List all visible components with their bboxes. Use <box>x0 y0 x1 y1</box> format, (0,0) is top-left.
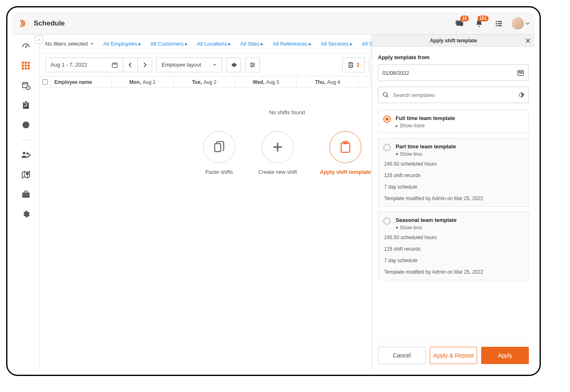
list-icon[interactable] <box>492 16 506 30</box>
caret-down-icon <box>213 63 217 67</box>
user-menu[interactable] <box>512 17 530 30</box>
svg-point-23 <box>26 173 28 175</box>
svg-point-27 <box>251 62 252 64</box>
page-title: Schedule <box>34 19 65 28</box>
save-icon <box>348 62 354 68</box>
svg-rect-1 <box>498 21 502 22</box>
gear-icon[interactable] <box>517 91 524 99</box>
no-shifts-label: No shifts found <box>269 109 305 115</box>
day-header: Tue,Aug 2 <box>174 76 235 88</box>
sidebar-briefcase[interactable] <box>20 189 32 199</box>
svg-rect-12 <box>28 65 30 67</box>
sidebar-clipboard[interactable] <box>20 100 32 110</box>
svg-point-21 <box>26 152 28 154</box>
svg-rect-9 <box>28 62 30 64</box>
next-week-button[interactable] <box>137 58 152 72</box>
filter-sites[interactable]: All Sites▸ <box>240 41 264 47</box>
clipboard-icon <box>340 141 351 153</box>
filter-services[interactable]: All Services▸ <box>321 41 353 47</box>
cancel-button[interactable]: Cancel <box>378 347 426 364</box>
calendar-icon <box>517 69 524 76</box>
svg-rect-19 <box>24 101 27 103</box>
caret-down-icon <box>90 42 94 46</box>
template-toggle[interactable]: ▸ Show more <box>396 123 455 129</box>
sliders-button[interactable] <box>245 58 260 72</box>
search-templates-input[interactable] <box>378 87 529 103</box>
prev-week-button[interactable] <box>123 58 138 72</box>
sidebar-settings[interactable] <box>20 209 32 219</box>
sidebar-calendar-clock[interactable] <box>20 81 32 90</box>
day-header: Wed,Aug 3 <box>235 76 297 88</box>
svg-rect-4 <box>496 25 497 26</box>
svg-rect-0 <box>496 21 497 22</box>
filter-customers[interactable]: All Customers▸ <box>151 41 188 47</box>
template-card[interactable]: Part time team template ▾ Show less 245.… <box>378 138 529 207</box>
copy-icon <box>213 140 225 154</box>
create-shift-button[interactable]: Create new shift <box>258 131 297 175</box>
template-card[interactable]: Seasonal team template ▾ Show less 245.5… <box>378 212 529 280</box>
svg-rect-8 <box>25 62 27 64</box>
panel-footer: Cancel Apply & Repeat Apply <box>372 341 535 370</box>
filters-none-dropdown[interactable]: No filters selected <box>45 41 94 47</box>
svg-rect-10 <box>22 65 24 67</box>
bell-badge: 151 <box>477 16 489 21</box>
svg-point-38 <box>519 73 520 74</box>
settings-button[interactable] <box>226 58 241 72</box>
apply-template-panel: Apply shift template ✕ Apply template fr… <box>372 35 535 370</box>
calendar-icon <box>111 62 118 68</box>
svg-rect-35 <box>341 143 350 152</box>
svg-rect-25 <box>22 194 30 195</box>
sidebar-reports[interactable] <box>20 120 32 130</box>
template-radio[interactable] <box>383 144 391 151</box>
svg-rect-2 <box>496 23 497 24</box>
svg-point-29 <box>251 66 253 67</box>
main: No filters selected All Employees▸ All C… <box>39 35 535 370</box>
svg-rect-15 <box>28 67 30 69</box>
svg-rect-30 <box>350 62 352 64</box>
topbar: Schedule 15 151 <box>12 12 535 35</box>
template-card[interactable]: Full time team template ▸ Show more <box>378 110 529 133</box>
svg-point-39 <box>520 73 521 74</box>
filter-employees[interactable]: All Employees▸ <box>103 41 141 47</box>
date-from-input[interactable]: 01/08/2022 <box>378 65 529 81</box>
paste-shifts-button[interactable]: Paste shifts <box>203 131 235 175</box>
svg-point-6 <box>25 46 27 48</box>
apply-button[interactable]: Apply <box>481 347 529 364</box>
svg-rect-31 <box>350 65 352 67</box>
svg-rect-3 <box>498 23 502 24</box>
template-toggle[interactable]: ▾ Show less <box>396 225 456 231</box>
avatar <box>512 17 524 30</box>
apply-from-label: Apply template from <box>378 54 529 60</box>
sidebar-schedule[interactable] <box>20 61 32 71</box>
bell-icon[interactable]: 151 <box>472 16 486 30</box>
day-header: Thu,Aug 4 <box>297 76 359 88</box>
save-button[interactable]: 2 <box>342 58 365 72</box>
template-radio[interactable] <box>383 217 391 225</box>
sidebar-people[interactable] <box>20 150 32 160</box>
employee-name-header: Employee name <box>51 76 112 88</box>
sidebar-dashboard[interactable] <box>20 41 32 51</box>
svg-rect-14 <box>25 67 27 69</box>
template-toggle[interactable]: ▾ Show less <box>396 151 456 157</box>
chat-icon[interactable]: 15 <box>452 16 466 30</box>
panel-header: Apply shift template ✕ <box>372 35 535 47</box>
day-header: Mon,Aug 1 <box>112 76 174 88</box>
sidebar: › <box>12 35 39 370</box>
select-all-checkbox[interactable] <box>39 76 51 88</box>
svg-rect-11 <box>25 65 27 67</box>
panel-close[interactable]: ✕ <box>525 37 531 45</box>
svg-point-41 <box>383 92 387 96</box>
svg-rect-34 <box>215 144 221 152</box>
apply-repeat-button[interactable]: Apply & Repeat <box>430 347 477 364</box>
filter-references[interactable]: All References▸ <box>273 41 312 47</box>
date-range-button[interactable]: Aug 1 - 7, 2022 <box>45 58 123 72</box>
layout-select[interactable]: Employee layout <box>156 58 222 72</box>
filter-locations[interactable]: All Locations▸ <box>197 41 232 47</box>
chevron-down-icon <box>526 21 530 25</box>
search-icon <box>382 92 389 98</box>
chat-badge: 15 <box>460 16 469 21</box>
sidebar-map[interactable] <box>20 170 32 180</box>
svg-rect-5 <box>498 25 502 26</box>
template-radio[interactable] <box>383 115 391 123</box>
apply-template-button[interactable]: Apply shift template <box>320 131 371 175</box>
